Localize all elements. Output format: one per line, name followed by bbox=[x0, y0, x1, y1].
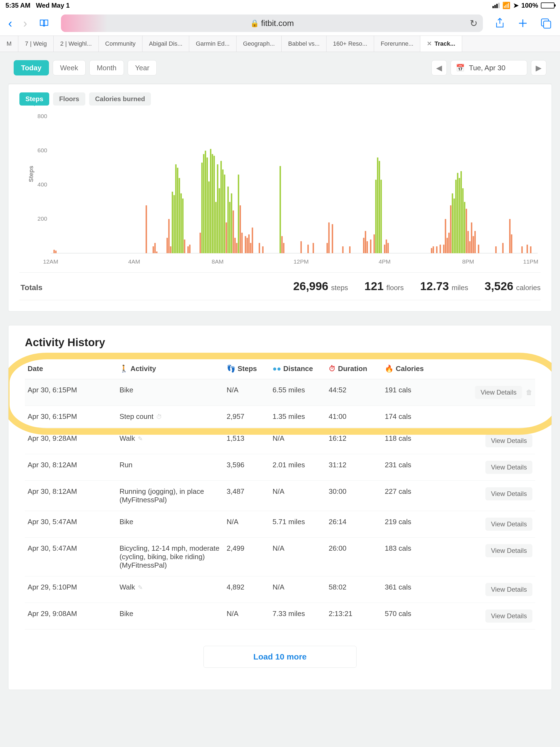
tab-label: Garmin Ed... bbox=[196, 40, 229, 47]
col-distance[interactable]: ●●Distance bbox=[270, 358, 326, 379]
browser-tab[interactable]: Geograph... bbox=[236, 36, 282, 52]
steps-chart: Steps 20040060080012AM4AM8AM12PM4PM8PM11… bbox=[30, 114, 541, 267]
svg-rect-27 bbox=[179, 178, 180, 253]
svg-rect-104 bbox=[464, 202, 465, 254]
table-row: Apr 30, 6:15PMStep count⏱2,9571.35 miles… bbox=[25, 406, 535, 428]
cell: 5.71 miles bbox=[270, 511, 326, 538]
col-date[interactable]: Date bbox=[25, 358, 117, 379]
prev-day-button[interactable]: ◀ bbox=[432, 60, 447, 75]
share-icon[interactable] bbox=[494, 17, 506, 29]
cell: 4,892 bbox=[224, 576, 270, 603]
chip-steps[interactable]: Steps bbox=[19, 93, 49, 106]
close-tab-icon[interactable]: ✕ bbox=[427, 40, 432, 47]
forward-button[interactable]: › bbox=[23, 17, 27, 29]
cell: 231 cals bbox=[382, 454, 443, 481]
browser-tab[interactable]: ✕Track... bbox=[420, 36, 462, 52]
url-host: fitbit.com bbox=[261, 19, 294, 28]
cell: 1.35 miles bbox=[270, 406, 326, 428]
browser-tab[interactable]: M bbox=[0, 36, 18, 52]
col-calories[interactable]: 🔥Calories bbox=[382, 358, 443, 379]
trash-icon[interactable]: 🗑 bbox=[526, 389, 532, 396]
svg-rect-98 bbox=[454, 199, 455, 253]
distance-icon: ●● bbox=[273, 364, 281, 373]
browser-tab[interactable]: Babbel vs... bbox=[282, 36, 327, 52]
cell: Apr 30, 6:15PM bbox=[25, 406, 117, 428]
view-details-button[interactable]: View Details bbox=[485, 518, 532, 531]
browser-tab[interactable]: Garmin Ed... bbox=[189, 36, 236, 52]
cell: Apr 30, 8:12AM bbox=[25, 481, 117, 511]
cell: 183 cals bbox=[382, 538, 443, 576]
chip-floors[interactable]: Floors bbox=[53, 93, 85, 106]
browser-tab[interactable]: Community bbox=[99, 36, 143, 52]
view-details-button[interactable]: View Details bbox=[485, 434, 532, 447]
svg-rect-40 bbox=[212, 154, 213, 254]
svg-rect-91 bbox=[440, 245, 441, 253]
view-details-button[interactable]: View Details bbox=[485, 583, 532, 596]
svg-rect-94 bbox=[447, 238, 448, 253]
cell: N/A bbox=[270, 428, 326, 454]
next-day-button[interactable]: ▶ bbox=[531, 60, 546, 75]
col-steps[interactable]: 👣Steps bbox=[224, 358, 270, 379]
svg-rect-110 bbox=[475, 231, 476, 253]
table-row: Apr 29, 5:10PMWalk✎4,892N/A58:02361 cals… bbox=[25, 576, 535, 603]
col-duration[interactable]: ⏱Duration bbox=[326, 358, 382, 379]
calendar-icon: 📅 bbox=[456, 64, 464, 72]
cell: Walk✎ bbox=[117, 576, 224, 603]
cell: N/A bbox=[270, 538, 326, 576]
svg-rect-1 bbox=[543, 21, 551, 28]
svg-rect-95 bbox=[448, 233, 450, 253]
svg-rect-24 bbox=[173, 195, 175, 254]
svg-rect-35 bbox=[203, 154, 204, 254]
view-details-button[interactable]: View Details bbox=[485, 544, 532, 557]
reload-icon[interactable]: ↻ bbox=[470, 18, 478, 29]
load-more-button[interactable]: Load 10 more bbox=[203, 646, 357, 668]
svg-text:4PM: 4PM bbox=[379, 259, 391, 265]
period-week[interactable]: Week bbox=[53, 60, 85, 75]
cell: Bike bbox=[117, 511, 224, 538]
svg-rect-47 bbox=[224, 175, 225, 254]
svg-rect-44 bbox=[219, 188, 220, 254]
svg-rect-89 bbox=[433, 247, 434, 253]
cell: 58:02 bbox=[326, 576, 382, 603]
view-details-button[interactable]: View Details bbox=[485, 461, 532, 474]
tabs-icon[interactable] bbox=[540, 17, 552, 29]
address-bar[interactable]: 🔒 fitbit.com ↻ bbox=[61, 15, 483, 32]
svg-rect-41 bbox=[213, 156, 215, 253]
browser-tab[interactable]: Abigail Dis... bbox=[143, 36, 189, 52]
edit-icon[interactable]: ✎ bbox=[138, 435, 143, 442]
cell: 361 cals bbox=[382, 576, 443, 603]
back-button[interactable]: ‹ bbox=[8, 17, 12, 29]
browser-tab[interactable]: 2 | Weighl... bbox=[54, 36, 98, 52]
svg-rect-30 bbox=[184, 239, 185, 253]
period-month[interactable]: Month bbox=[90, 60, 124, 75]
cell: Apr 30, 5:47AM bbox=[25, 511, 117, 538]
period-today[interactable]: Today bbox=[14, 60, 49, 75]
tab-label: Community bbox=[105, 40, 136, 47]
cell: N/A bbox=[224, 379, 270, 406]
period-year[interactable]: Year bbox=[128, 60, 157, 75]
edit-icon[interactable]: ✎ bbox=[138, 584, 143, 591]
col-activity[interactable]: 🚶Activity bbox=[117, 358, 224, 379]
new-tab-icon[interactable] bbox=[517, 17, 529, 29]
cell: 191 cals bbox=[382, 379, 443, 406]
svg-text:8PM: 8PM bbox=[462, 259, 474, 265]
view-details-button[interactable]: View Details bbox=[475, 386, 522, 399]
cell: 44:52 bbox=[326, 379, 382, 406]
view-details-button[interactable]: View Details bbox=[485, 487, 532, 500]
y-axis-label: Steps bbox=[28, 166, 35, 182]
svg-rect-65 bbox=[279, 166, 281, 253]
svg-rect-45 bbox=[221, 161, 222, 254]
ipad-status-bar: 5:35 AM Wed May 1 📶 ➤ 100% bbox=[0, 0, 560, 11]
cell: 2,499 bbox=[224, 538, 270, 576]
date-picker[interactable]: 📅 Tue, Apr 30 bbox=[451, 60, 527, 75]
view-details-button[interactable]: View Details bbox=[485, 610, 532, 623]
tab-label: M bbox=[6, 40, 11, 47]
chip-calories[interactable]: Calories burned bbox=[89, 93, 151, 106]
browser-tab[interactable]: 160+ Reso... bbox=[327, 36, 374, 52]
cell: N/A bbox=[270, 481, 326, 511]
bookmarks-icon[interactable] bbox=[38, 17, 50, 29]
browser-tab[interactable]: 7 | Weig bbox=[18, 36, 54, 52]
browser-tab[interactable]: Forerunne... bbox=[374, 36, 420, 52]
svg-rect-112 bbox=[495, 247, 497, 253]
svg-rect-22 bbox=[170, 247, 172, 253]
